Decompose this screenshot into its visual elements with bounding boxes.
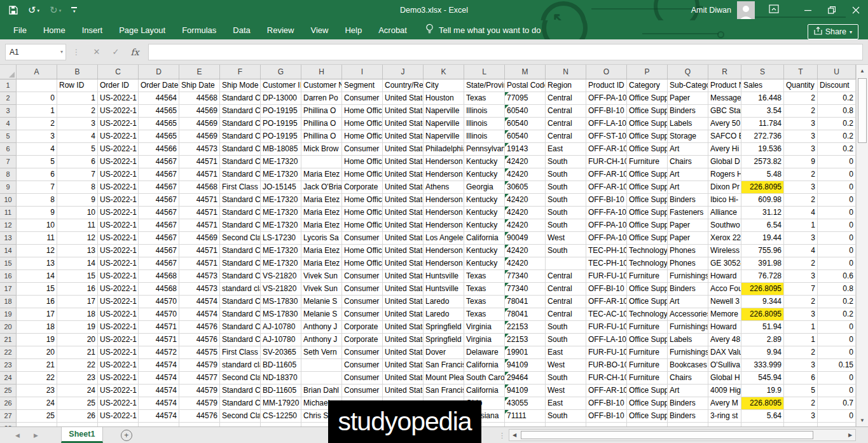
cell-T3[interactable]: 2 [784,105,818,118]
cell-F4[interactable]: Standard Class [220,118,261,130]
cell-H24[interactable] [301,372,342,385]
cell-J13[interactable]: United States [383,232,424,245]
cell-R15[interactable]: GE 30524 [708,257,741,270]
cell-L21[interactable]: Virginia [464,334,505,346]
row-header-17[interactable]: 17 [0,283,17,296]
column-header-A[interactable]: A [17,65,57,79]
cell-L11[interactable]: Kentucky [464,207,505,219]
cell-L24[interactable]: South Carolina [464,372,505,385]
cell-H3[interactable]: Phillina O [301,105,342,118]
cell-S3[interactable]: 3.54 [741,105,784,118]
cell-B2[interactable]: 1 [57,92,98,105]
cell-B26[interactable]: 25 [57,397,98,410]
cell-T11[interactable]: 4 [784,207,818,219]
cell-N11[interactable]: South [546,207,586,219]
cell-S19[interactable]: 226.8095 [741,308,784,321]
cell-E19[interactable]: 44574 [179,308,220,321]
cell-U20[interactable]: 0 [818,321,856,334]
cell-O9[interactable]: OFF-AR-10 [586,181,627,194]
cell-M1[interactable]: Postal Code [505,79,546,92]
cell-A3[interactable]: 1 [17,105,57,118]
cell-H18[interactable]: Melanie S [301,296,342,308]
cell-D1[interactable]: Order Date [139,79,179,92]
cell-N16[interactable]: Central [546,270,586,283]
cell-B10[interactable]: 9 [57,194,98,207]
cell-C2[interactable]: US-2022-1 [98,92,139,105]
row-header-11[interactable]: 11 [0,207,17,219]
cell-D20[interactable]: 44571 [139,321,179,334]
cell-H25[interactable]: Brian Dahl [301,385,342,397]
cell-B8[interactable]: 7 [57,168,98,181]
cell-P25[interactable]: Office Supplies [627,385,668,397]
cell-S11[interactable]: 31.12 [741,207,784,219]
cell-B16[interactable]: 15 [57,270,98,283]
cell-H20[interactable]: Anthony J [301,321,342,334]
cell-P23[interactable]: Furniture [627,359,668,372]
cell-M21[interactable]: 22153 [505,334,546,346]
cell-P17[interactable]: Office Supplies [627,283,668,296]
cell-N3[interactable]: Central [546,105,586,118]
cell-K20[interactable]: Springfield [424,321,464,334]
cell-Q10[interactable]: Binders [668,194,708,207]
cell-T17[interactable]: 7 [784,283,818,296]
ribbon-display-options-icon[interactable] [769,4,779,16]
cell-D27[interactable]: 44574 [139,410,179,423]
cell-R4[interactable]: Avery 50 [708,118,741,130]
cell-Q16[interactable]: Furnishings [668,270,708,283]
cell-E8[interactable]: 44571 [179,168,220,181]
cell-S16[interactable]: 76.728 [741,270,784,283]
cell-P22[interactable]: Furniture [627,346,668,359]
cell-S6[interactable]: 19.536 [741,143,784,156]
cell-G25[interactable]: BD-11605 [261,385,301,397]
cell-R16[interactable]: Howard [708,270,741,283]
ribbon-tab-data[interactable]: Data [224,20,258,39]
cell-E9[interactable]: 44568 [179,181,220,194]
cell-K22[interactable]: Dover [424,346,464,359]
cell-E11[interactable]: 44571 [179,207,220,219]
cell-R13[interactable]: Xerox 22 [708,232,741,245]
cell-K13[interactable]: Los Angeles [424,232,464,245]
cell-I19[interactable]: Consumer [342,308,383,321]
cell-C3[interactable]: US-2022-1 [98,105,139,118]
cell-B6[interactable]: 5 [57,143,98,156]
cell-H23[interactable] [301,359,342,372]
ribbon-tab-insert[interactable]: Insert [74,20,111,39]
cell-K21[interactable]: Springfield [424,334,464,346]
cell-N23[interactable]: West [546,359,586,372]
cell-D25[interactable]: 44574 [139,385,179,397]
cell-Q1[interactable]: Sub-Category [668,79,708,92]
cell-U18[interactable]: 0.2 [818,296,856,308]
row-header-8[interactable]: 8 [0,168,17,181]
row-header-12[interactable]: 12 [0,219,17,232]
ribbon-tab-review[interactable]: Review [259,20,303,39]
cell-L1[interactable]: State/Province [464,79,505,92]
cell-J11[interactable]: United States [383,207,424,219]
cell-G13[interactable]: LS-17230 [261,232,301,245]
cell-C22[interactable]: US-2022-1 [98,346,139,359]
cell-O25[interactable]: OFF-AR-10 [586,385,627,397]
cell-C5[interactable]: US-2022-1 [98,130,139,143]
cell-M17[interactable]: 77340 [505,283,546,296]
cell-J15[interactable]: United States [383,257,424,270]
cell-R11[interactable]: Alliance [708,207,741,219]
cell-E13[interactable]: 44569 [179,232,220,245]
cell-G22[interactable]: SV-20365 [261,346,301,359]
cell-P6[interactable]: Office Supplies [627,143,668,156]
cell-R17[interactable]: Acco Fou [708,283,741,296]
cell-E17[interactable]: 44573 [179,283,220,296]
cell-M19[interactable]: 78041 [505,308,546,321]
cell-B25[interactable]: 24 [57,385,98,397]
cell-T1[interactable]: Quantity [784,79,818,92]
cell-L15[interactable]: Kentucky [464,257,505,270]
cell-Q15[interactable]: Phones [668,257,708,270]
cell-G24[interactable]: ND-18370 [261,372,301,385]
cell-O15[interactable]: TEC-PH-10 [586,257,627,270]
cell-F16[interactable]: Standard Class [220,270,261,283]
cell-I5[interactable]: Home Office [342,130,383,143]
cell-A13[interactable]: 11 [17,232,57,245]
cell-M26[interactable]: 43055 [505,397,546,410]
cell-R21[interactable]: Avery 48 [708,334,741,346]
column-header-O[interactable]: O [586,65,627,79]
cell-H21[interactable]: Anthony J [301,334,342,346]
cell-G11[interactable]: ME-17320 [261,207,301,219]
